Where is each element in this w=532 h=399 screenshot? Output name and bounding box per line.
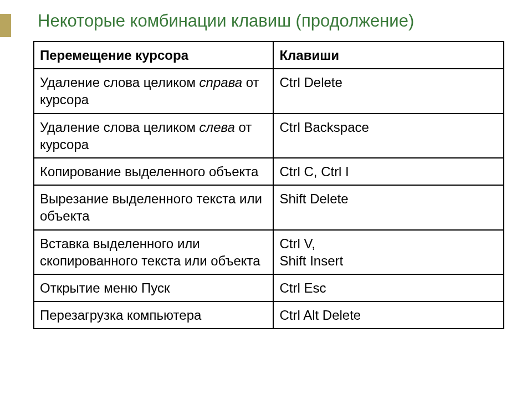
cell-action: Перезагрузка компьютера (34, 301, 273, 329)
header-keys: Клавиши (273, 42, 504, 69)
cell-keys: Shift Delete (273, 185, 504, 229)
shortcuts-table: Перемещение курсора Клавиши Удаление сло… (33, 41, 504, 329)
table-row: Копирование выделенного объекта Ctrl C, … (34, 158, 504, 185)
slide-container: Некоторые комбинации клавиш (продолжение… (0, 0, 532, 399)
table-header-row: Перемещение курсора Клавиши (34, 42, 504, 69)
cell-action: Открытие меню Пуск (34, 274, 273, 301)
table-row: Перезагрузка компьютера Ctrl Alt Delete (34, 301, 504, 329)
cell-action: Вырезание выделенного текста или объекта (34, 185, 273, 229)
table-row: Удаление слова целиком справа от курсора… (34, 69, 504, 113)
cell-action: Копирование выделенного объекта (34, 158, 273, 185)
table-row: Открытие меню Пуск Ctrl Esc (34, 274, 504, 301)
cell-keys: Ctrl Backspace (273, 114, 504, 158)
table-row: Вырезание выделенного текста или объекта… (34, 185, 504, 229)
cell-keys: Ctrl C, Ctrl I (273, 158, 504, 185)
cell-keys: Ctrl V,Shift Insert (273, 230, 504, 274)
cell-action: Удаление слова целиком справа от курсора (34, 69, 273, 113)
table-row: Вставка выделенного или скопированного т… (34, 230, 504, 274)
cell-keys: Ctrl Delete (273, 69, 504, 113)
accent-bar (0, 14, 11, 37)
cell-action: Удаление слова целиком слева от курсора (34, 114, 273, 158)
header-action: Перемещение курсора (34, 42, 273, 69)
slide-title: Некоторые комбинации клавиш (продолжение… (38, 11, 504, 31)
table-row: Удаление слова целиком слева от курсора … (34, 114, 504, 158)
cell-keys: Ctrl Esc (273, 274, 504, 301)
cell-keys: Ctrl Alt Delete (273, 301, 504, 329)
cell-action: Вставка выделенного или скопированного т… (34, 230, 273, 274)
